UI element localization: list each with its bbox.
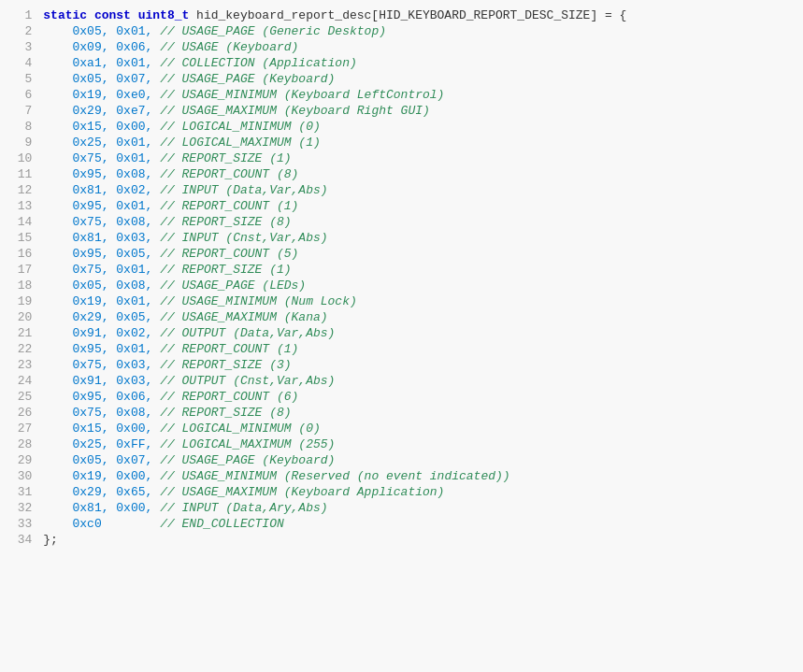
table-row: 24 0x91, 0x03, // OUTPUT (Cnst,Var,Abs): [0, 373, 803, 389]
table-row: 25 0x95, 0x06, // REPORT_COUNT (6): [0, 389, 803, 405]
code-token-comment: // LOGICAL_MINIMUM (0): [160, 422, 321, 436]
code-token-comment: // USAGE_PAGE (Keyboard): [160, 453, 335, 467]
code-token-hex: 0x09, 0x06,: [73, 40, 153, 54]
code-token-plain: [43, 72, 72, 86]
code-token-plain: [152, 88, 160, 102]
code-token-hex: 0x95, 0x01,: [73, 342, 153, 356]
code-token-hex: 0x29, 0x05,: [73, 310, 153, 324]
table-row: 2 0x05, 0x01, // USAGE_PAGE (Generic Des…: [0, 23, 803, 39]
table-row: 14 0x75, 0x08, // REPORT_SIZE (8): [0, 214, 803, 230]
line-number: 17: [0, 262, 43, 278]
code-token-hex: 0x15, 0x00,: [73, 120, 153, 134]
code-token-comment: // USAGE_PAGE (Keyboard): [160, 72, 335, 86]
code-token-hex: 0x95, 0x08,: [73, 167, 153, 181]
table-row: 30 0x19, 0x00, // USAGE_MINIMUM (Reserve…: [0, 468, 803, 484]
table-row: 19 0x19, 0x01, // USAGE_MINIMUM (Num Loc…: [0, 293, 803, 309]
line-number: 26: [0, 405, 43, 421]
code-token-plain: [152, 294, 160, 308]
code-token-plain: [152, 453, 160, 467]
line-content: 0x15, 0x00, // LOGICAL_MINIMUM (0): [43, 421, 803, 436]
code-token-plain: [43, 437, 72, 451]
line-number: 9: [0, 135, 43, 150]
code-token-plain: [152, 358, 160, 372]
line-content: 0x91, 0x03, // OUTPUT (Cnst,Var,Abs): [43, 373, 803, 389]
code-token-plain: [152, 104, 160, 118]
line-content: 0x81, 0x02, // INPUT (Data,Var,Abs): [43, 182, 803, 198]
code-token-comment: // REPORT_SIZE (8): [160, 406, 291, 420]
line-number: 1: [0, 7, 43, 23]
code-token-comment: // REPORT_COUNT (6): [160, 390, 298, 404]
code-token-kw: static const uint8_t: [43, 8, 189, 22]
code-token-comment: // COLLECTION (Application): [160, 56, 357, 70]
code-token-plain: hid_keyboard_report_desc[HID_KEYBOARD_RE…: [189, 8, 626, 22]
code-token-comment: // USAGE_MAXIMUM (Keyboard Right GUI): [160, 104, 430, 118]
code-token-plain: [43, 263, 72, 277]
code-token-plain: [152, 390, 160, 404]
line-content: 0x95, 0x01, // REPORT_COUNT (1): [43, 341, 803, 357]
line-content: 0x81, 0x00, // INPUT (Data,Ary,Abs): [43, 500, 803, 516]
line-content: 0x25, 0x01, // LOGICAL_MAXIMUM (1): [43, 135, 803, 150]
line-number: 19: [0, 293, 43, 309]
code-token-comment: // USAGE_MINIMUM (Num Lock): [160, 294, 357, 308]
code-token-plain: [152, 120, 160, 134]
code-token-comment: // LOGICAL_MAXIMUM (1): [160, 136, 321, 150]
line-number: 2: [0, 23, 43, 39]
code-token-comment: // REPORT_SIZE (1): [160, 263, 291, 277]
code-token-hex: 0x75, 0x08,: [73, 406, 153, 420]
line-number: 34: [0, 532, 43, 548]
line-content: 0xc0 // END_COLLECTION: [43, 516, 803, 532]
table-row: 20 0x29, 0x05, // USAGE_MAXIMUM (Kana): [0, 309, 803, 325]
table-row: 18 0x05, 0x08, // USAGE_PAGE (LEDs): [0, 278, 803, 293]
code-token-comment: // REPORT_SIZE (1): [160, 151, 291, 165]
code-token-plain: [43, 136, 72, 150]
code-token-comment: // REPORT_SIZE (8): [160, 215, 291, 229]
code-token-hex: 0x25, 0x01,: [73, 136, 153, 150]
table-row: 21 0x91, 0x02, // OUTPUT (Data,Var,Abs): [0, 325, 803, 341]
line-number: 14: [0, 214, 43, 230]
line-content: 0x19, 0x00, // USAGE_MINIMUM (Reserved (…: [43, 468, 803, 484]
line-number: 30: [0, 468, 43, 484]
line-content: 0x29, 0xe7, // USAGE_MAXIMUM (Keyboard R…: [43, 103, 803, 119]
table-row: 10 0x75, 0x01, // REPORT_SIZE (1): [0, 150, 803, 166]
table-row: 17 0x75, 0x01, // REPORT_SIZE (1): [0, 262, 803, 278]
line-number: 8: [0, 119, 43, 135]
line-number: 21: [0, 325, 43, 341]
code-token-plain: [152, 326, 160, 340]
line-number: 25: [0, 389, 43, 405]
code-token-plain: [43, 120, 72, 134]
line-content: 0x29, 0x05, // USAGE_MAXIMUM (Kana): [43, 309, 803, 325]
code-token-plain: [43, 88, 72, 102]
code-token-hex: 0x75, 0x03,: [73, 358, 153, 372]
code-token-hex: 0x81, 0x00,: [73, 501, 153, 515]
code-token-plain: [43, 183, 72, 197]
line-number: 24: [0, 373, 43, 389]
code-token-plain: [43, 231, 72, 245]
code-token-plain: [43, 485, 72, 499]
code-table: 1static const uint8_t hid_keyboard_repor…: [0, 7, 803, 548]
code-token-plain: [152, 40, 160, 54]
table-row: 33 0xc0 // END_COLLECTION: [0, 516, 803, 532]
code-token-hex: 0x91, 0x02,: [73, 326, 153, 340]
code-token-plain: [43, 279, 72, 293]
code-token-plain: [152, 231, 160, 245]
line-number: 6: [0, 87, 43, 103]
code-token-plain: [43, 40, 72, 54]
code-token-plain: [43, 422, 72, 436]
code-token-hex: 0x75, 0x01,: [73, 263, 153, 277]
table-row: 32 0x81, 0x00, // INPUT (Data,Ary,Abs): [0, 500, 803, 516]
line-number: 12: [0, 182, 43, 198]
table-row: 16 0x95, 0x05, // REPORT_COUNT (5): [0, 246, 803, 262]
line-content: 0x75, 0x01, // REPORT_SIZE (1): [43, 150, 803, 166]
line-number: 31: [0, 484, 43, 500]
line-number: 4: [0, 55, 43, 71]
code-token-hex: 0x81, 0x02,: [73, 183, 153, 197]
table-row: 15 0x81, 0x03, // INPUT (Cnst,Var,Abs): [0, 230, 803, 246]
table-row: 3 0x09, 0x06, // USAGE (Keyboard): [0, 39, 803, 55]
code-token-plain: [43, 199, 72, 213]
code-token-plain: [43, 167, 72, 181]
line-content: static const uint8_t hid_keyboard_report…: [43, 7, 803, 23]
code-token-plain: [152, 56, 160, 70]
code-token-comment: // INPUT (Data,Var,Abs): [160, 183, 327, 197]
table-row: 5 0x05, 0x07, // USAGE_PAGE (Keyboard): [0, 71, 803, 87]
line-number: 27: [0, 421, 43, 436]
